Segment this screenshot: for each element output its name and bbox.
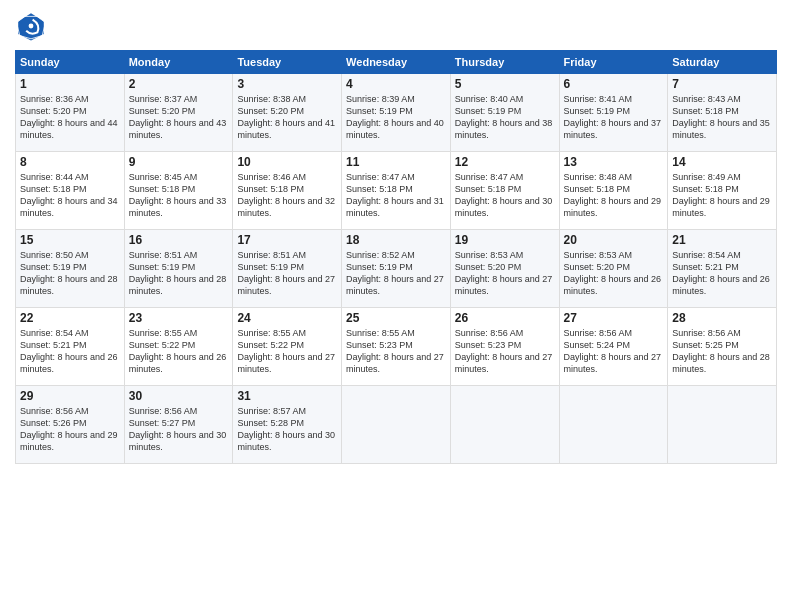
day-cell: 12Sunrise: 8:47 AMSunset: 5:18 PMDayligh… <box>450 152 559 230</box>
day-number: 23 <box>129 311 229 325</box>
day-number: 27 <box>564 311 664 325</box>
day-cell: 3Sunrise: 8:38 AMSunset: 5:20 PMDaylight… <box>233 74 342 152</box>
calendar-table: SundayMondayTuesdayWednesdayThursdayFrid… <box>15 50 777 464</box>
day-cell: 15Sunrise: 8:50 AMSunset: 5:19 PMDayligh… <box>16 230 125 308</box>
day-number: 26 <box>455 311 555 325</box>
day-info: Sunrise: 8:51 AMSunset: 5:19 PMDaylight:… <box>237 249 337 298</box>
day-info: Sunrise: 8:51 AMSunset: 5:19 PMDaylight:… <box>129 249 229 298</box>
day-info: Sunrise: 8:53 AMSunset: 5:20 PMDaylight:… <box>564 249 664 298</box>
day-cell: 11Sunrise: 8:47 AMSunset: 5:18 PMDayligh… <box>342 152 451 230</box>
header <box>15 10 777 42</box>
weekday-header-wednesday: Wednesday <box>342 51 451 74</box>
day-cell <box>559 386 668 464</box>
day-number: 21 <box>672 233 772 247</box>
day-info: Sunrise: 8:53 AMSunset: 5:20 PMDaylight:… <box>455 249 555 298</box>
day-number: 25 <box>346 311 446 325</box>
day-cell: 7Sunrise: 8:43 AMSunset: 5:18 PMDaylight… <box>668 74 777 152</box>
page: SundayMondayTuesdayWednesdayThursdayFrid… <box>0 0 792 612</box>
weekday-header-row: SundayMondayTuesdayWednesdayThursdayFrid… <box>16 51 777 74</box>
day-info: Sunrise: 8:57 AMSunset: 5:28 PMDaylight:… <box>237 405 337 454</box>
day-number: 28 <box>672 311 772 325</box>
day-info: Sunrise: 8:47 AMSunset: 5:18 PMDaylight:… <box>455 171 555 220</box>
day-info: Sunrise: 8:48 AMSunset: 5:18 PMDaylight:… <box>564 171 664 220</box>
day-number: 10 <box>237 155 337 169</box>
day-info: Sunrise: 8:40 AMSunset: 5:19 PMDaylight:… <box>455 93 555 142</box>
day-info: Sunrise: 8:56 AMSunset: 5:27 PMDaylight:… <box>129 405 229 454</box>
day-cell: 17Sunrise: 8:51 AMSunset: 5:19 PMDayligh… <box>233 230 342 308</box>
day-cell <box>450 386 559 464</box>
day-info: Sunrise: 8:56 AMSunset: 5:24 PMDaylight:… <box>564 327 664 376</box>
day-info: Sunrise: 8:45 AMSunset: 5:18 PMDaylight:… <box>129 171 229 220</box>
weekday-header-tuesday: Tuesday <box>233 51 342 74</box>
day-number: 20 <box>564 233 664 247</box>
day-cell: 26Sunrise: 8:56 AMSunset: 5:23 PMDayligh… <box>450 308 559 386</box>
day-number: 12 <box>455 155 555 169</box>
day-number: 16 <box>129 233 229 247</box>
day-number: 29 <box>20 389 120 403</box>
day-cell: 5Sunrise: 8:40 AMSunset: 5:19 PMDaylight… <box>450 74 559 152</box>
weekday-header-sunday: Sunday <box>16 51 125 74</box>
week-row-2: 8Sunrise: 8:44 AMSunset: 5:18 PMDaylight… <box>16 152 777 230</box>
day-info: Sunrise: 8:36 AMSunset: 5:20 PMDaylight:… <box>20 93 120 142</box>
day-info: Sunrise: 8:54 AMSunset: 5:21 PMDaylight:… <box>672 249 772 298</box>
weekday-header-monday: Monday <box>124 51 233 74</box>
day-number: 8 <box>20 155 120 169</box>
day-number: 14 <box>672 155 772 169</box>
day-number: 11 <box>346 155 446 169</box>
day-cell <box>668 386 777 464</box>
day-cell: 20Sunrise: 8:53 AMSunset: 5:20 PMDayligh… <box>559 230 668 308</box>
day-cell: 16Sunrise: 8:51 AMSunset: 5:19 PMDayligh… <box>124 230 233 308</box>
weekday-header-saturday: Saturday <box>668 51 777 74</box>
day-cell: 25Sunrise: 8:55 AMSunset: 5:23 PMDayligh… <box>342 308 451 386</box>
day-info: Sunrise: 8:56 AMSunset: 5:25 PMDaylight:… <box>672 327 772 376</box>
day-info: Sunrise: 8:56 AMSunset: 5:23 PMDaylight:… <box>455 327 555 376</box>
day-number: 5 <box>455 77 555 91</box>
day-number: 24 <box>237 311 337 325</box>
day-cell: 13Sunrise: 8:48 AMSunset: 5:18 PMDayligh… <box>559 152 668 230</box>
day-number: 4 <box>346 77 446 91</box>
day-info: Sunrise: 8:43 AMSunset: 5:18 PMDaylight:… <box>672 93 772 142</box>
day-number: 19 <box>455 233 555 247</box>
week-row-1: 1Sunrise: 8:36 AMSunset: 5:20 PMDaylight… <box>16 74 777 152</box>
day-cell: 28Sunrise: 8:56 AMSunset: 5:25 PMDayligh… <box>668 308 777 386</box>
week-row-5: 29Sunrise: 8:56 AMSunset: 5:26 PMDayligh… <box>16 386 777 464</box>
weekday-header-thursday: Thursday <box>450 51 559 74</box>
day-info: Sunrise: 8:55 AMSunset: 5:23 PMDaylight:… <box>346 327 446 376</box>
day-cell: 14Sunrise: 8:49 AMSunset: 5:18 PMDayligh… <box>668 152 777 230</box>
day-info: Sunrise: 8:52 AMSunset: 5:19 PMDaylight:… <box>346 249 446 298</box>
day-info: Sunrise: 8:56 AMSunset: 5:26 PMDaylight:… <box>20 405 120 454</box>
day-cell: 21Sunrise: 8:54 AMSunset: 5:21 PMDayligh… <box>668 230 777 308</box>
day-info: Sunrise: 8:39 AMSunset: 5:19 PMDaylight:… <box>346 93 446 142</box>
svg-point-2 <box>29 24 34 29</box>
day-number: 9 <box>129 155 229 169</box>
week-row-4: 22Sunrise: 8:54 AMSunset: 5:21 PMDayligh… <box>16 308 777 386</box>
day-cell: 19Sunrise: 8:53 AMSunset: 5:20 PMDayligh… <box>450 230 559 308</box>
day-cell: 6Sunrise: 8:41 AMSunset: 5:19 PMDaylight… <box>559 74 668 152</box>
day-cell: 8Sunrise: 8:44 AMSunset: 5:18 PMDaylight… <box>16 152 125 230</box>
day-info: Sunrise: 8:49 AMSunset: 5:18 PMDaylight:… <box>672 171 772 220</box>
calendar-body: 1Sunrise: 8:36 AMSunset: 5:20 PMDaylight… <box>16 74 777 464</box>
day-cell <box>342 386 451 464</box>
day-number: 18 <box>346 233 446 247</box>
day-number: 13 <box>564 155 664 169</box>
day-number: 15 <box>20 233 120 247</box>
day-info: Sunrise: 8:50 AMSunset: 5:19 PMDaylight:… <box>20 249 120 298</box>
day-info: Sunrise: 8:37 AMSunset: 5:20 PMDaylight:… <box>129 93 229 142</box>
day-info: Sunrise: 8:55 AMSunset: 5:22 PMDaylight:… <box>129 327 229 376</box>
day-cell: 27Sunrise: 8:56 AMSunset: 5:24 PMDayligh… <box>559 308 668 386</box>
day-number: 3 <box>237 77 337 91</box>
logo <box>15 10 51 42</box>
day-cell: 29Sunrise: 8:56 AMSunset: 5:26 PMDayligh… <box>16 386 125 464</box>
day-number: 30 <box>129 389 229 403</box>
day-info: Sunrise: 8:44 AMSunset: 5:18 PMDaylight:… <box>20 171 120 220</box>
day-cell: 10Sunrise: 8:46 AMSunset: 5:18 PMDayligh… <box>233 152 342 230</box>
day-info: Sunrise: 8:55 AMSunset: 5:22 PMDaylight:… <box>237 327 337 376</box>
day-cell: 31Sunrise: 8:57 AMSunset: 5:28 PMDayligh… <box>233 386 342 464</box>
day-cell: 23Sunrise: 8:55 AMSunset: 5:22 PMDayligh… <box>124 308 233 386</box>
day-cell: 1Sunrise: 8:36 AMSunset: 5:20 PMDaylight… <box>16 74 125 152</box>
day-info: Sunrise: 8:38 AMSunset: 5:20 PMDaylight:… <box>237 93 337 142</box>
day-number: 17 <box>237 233 337 247</box>
day-cell: 30Sunrise: 8:56 AMSunset: 5:27 PMDayligh… <box>124 386 233 464</box>
day-number: 6 <box>564 77 664 91</box>
day-number: 31 <box>237 389 337 403</box>
